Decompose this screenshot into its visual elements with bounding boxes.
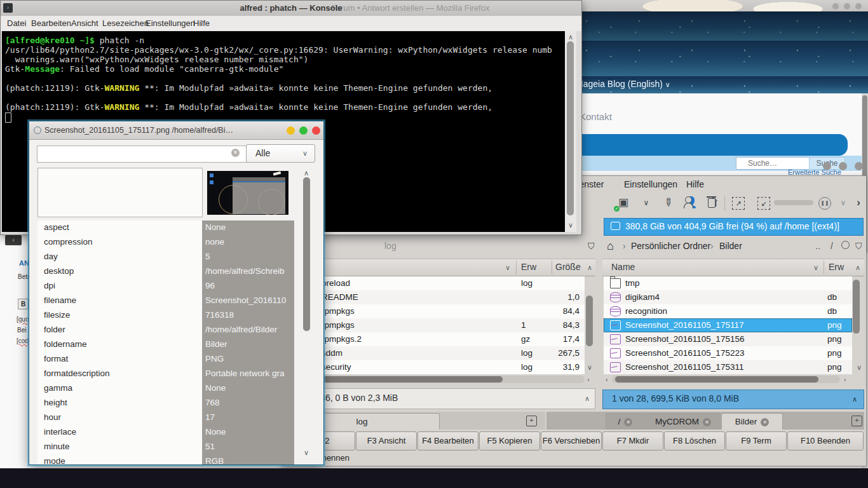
scroll-up-icon[interactable]: ∧: [304, 170, 309, 176]
collapse-icon[interactable]: ∧: [585, 395, 590, 402]
file-row[interactable]: recognitiondb: [604, 304, 852, 318]
file-row[interactable]: digikam4db: [604, 290, 852, 304]
right-panel-header[interactable]: Name ∨ Erw ∧: [602, 259, 864, 276]
file-row[interactable]: rpmpkgs.2gz17,4: [283, 332, 585, 346]
tab-mycdrom[interactable]: MyCDROM✕: [646, 413, 721, 430]
disk-usage-bar[interactable]: 380,8 GiB von 404,9 GiB frei (94 %) auf …: [604, 218, 864, 236]
phatch-titlebar[interactable]: Screenshot_20161105_175117.png /home/alf…: [29, 121, 323, 140]
menu-hilfe[interactable]: Hilfe: [686, 179, 704, 189]
left-vscrollbar-thumb[interactable]: [586, 295, 593, 346]
scroll-up-icon[interactable]: ∧: [855, 264, 860, 271]
file-row[interactable]: preloadlog: [283, 276, 585, 290]
new-tab-icon[interactable]: +: [526, 416, 537, 426]
root-button[interactable]: /: [831, 236, 833, 255]
description-box[interactable]: [37, 168, 203, 217]
maximize-button[interactable]: [299, 126, 308, 135]
bookmark-mageia-blog[interactable]: Mageia Blog (English) ∨: [576, 79, 670, 89]
fkey-f9[interactable]: F9 Term: [726, 431, 787, 451]
menu-datei[interactable]: Datei: [7, 16, 26, 31]
scroll-down-icon[interactable]: ∨: [857, 364, 862, 370]
scroll-down-icon[interactable]: ∨: [304, 449, 309, 456]
kontakt-link[interactable]: Kontakt: [580, 111, 612, 122]
firefox-minimize-button[interactable]: [832, 3, 839, 10]
left-panel-header[interactable]: Name ∨ Erw Größe ∧: [283, 259, 595, 276]
hscroll-right-icon[interactable]: ›: [587, 376, 590, 383]
menu-bearbeiten[interactable]: Bearbeiten: [31, 16, 71, 31]
file-row[interactable]: rpmpkgs84,4: [283, 304, 585, 318]
queue-chevron-icon[interactable]: ∨: [638, 194, 654, 211]
close-tab-icon[interactable]: ✕: [703, 418, 711, 426]
krusader-maximize-button[interactable]: [839, 162, 847, 170]
new-tab-icon[interactable]: +: [851, 416, 862, 426]
file-row[interactable]: securitylog31,9∨: [283, 360, 585, 374]
metadata-search-input[interactable]: [37, 146, 257, 163]
metadata-row[interactable]: modeRGB: [37, 454, 294, 465]
file-row-selected[interactable]: Screenshot_20161105_175117png: [604, 318, 852, 332]
minimize-button[interactable]: [287, 126, 295, 135]
tab-root[interactable]: /✕: [606, 413, 645, 430]
close-tab-icon[interactable]: ✕: [761, 418, 769, 426]
scroll-down-icon[interactable]: ∨: [587, 364, 592, 370]
metadata-row[interactable]: compressionnone: [37, 235, 294, 250]
metadata-row[interactable]: aspectNone: [37, 220, 294, 235]
maximize-panel-icon[interactable]: ↗: [732, 197, 745, 210]
menu-einstellungen[interactable]: Einstellungen: [624, 179, 677, 189]
home-icon[interactable]: ⌂: [607, 236, 614, 255]
menu-einstellungen[interactable]: Einstellungen: [146, 16, 195, 31]
fkey-f4[interactable]: F4 Bearbeiten: [417, 431, 478, 451]
column-size[interactable]: Größe: [555, 259, 581, 275]
file-row[interactable]: Screenshot_20161105_175156png: [604, 332, 852, 346]
file-row[interactable]: Screenshot_20161105_175223png: [604, 346, 852, 360]
clear-search-icon[interactable]: ✕: [231, 149, 240, 157]
scroll-up-icon[interactable]: ∧: [587, 264, 592, 271]
metadata-row[interactable]: height768: [37, 396, 294, 410]
fkey-f5[interactable]: F5 Kopieren: [479, 431, 540, 451]
pause-icon[interactable]: ❚❚: [818, 197, 831, 210]
bold-button[interactable]: B: [18, 299, 29, 309]
fkey-f3[interactable]: F3 Ansicht: [356, 431, 417, 451]
metadata-row[interactable]: minute51: [37, 440, 294, 454]
menu-ansicht[interactable]: Ansicht: [71, 16, 98, 31]
fkey-f8[interactable]: F8 Löschen: [664, 431, 725, 451]
metadata-row[interactable]: interlaceNone: [37, 425, 294, 440]
tab-bilder[interactable]: Bilder✕: [721, 413, 783, 430]
fkey-f6[interactable]: F6 Verschieben: [541, 431, 602, 451]
file-row[interactable]: README1,0: [283, 290, 585, 304]
breadcrumb-current[interactable]: Bilder: [719, 236, 742, 255]
metadata-row[interactable]: foldernameBilder: [37, 337, 294, 352]
file-row[interactable]: rpmpkgs184,3: [283, 318, 585, 332]
file-row[interactable]: sddmlog267,5: [283, 346, 585, 360]
metadata-row[interactable]: hour17: [37, 410, 294, 425]
trash-icon[interactable]: 🗑: [705, 194, 722, 211]
toolbar-overflow-icon[interactable]: ›: [850, 194, 867, 211]
file-row[interactable]: Screenshot_20161105_175311png∨: [604, 360, 852, 374]
column-erw[interactable]: Erw: [829, 259, 844, 275]
up-button[interactable]: ..: [815, 236, 820, 255]
dialog-scrollbar-thumb[interactable]: [303, 177, 310, 331]
metadata-row[interactable]: filesize716318: [37, 308, 294, 323]
konsole-titlebar[interactable]: › alfred : phatch — Konsole Forum • Antw…: [1, 1, 581, 17]
firefox-maximize-button[interactable]: [844, 3, 850, 10]
file-row[interactable]: tmp: [604, 276, 852, 290]
queue-icon[interactable]: ▣✓: [615, 194, 632, 211]
hscroll-right-icon[interactable]: ›: [844, 376, 846, 383]
collapse-icon[interactable]: ∧: [852, 396, 857, 402]
bookmark-icon[interactable]: ⛉: [855, 236, 862, 255]
metadata-row[interactable]: day5: [37, 250, 294, 264]
column-erw[interactable]: Erw: [521, 259, 536, 275]
fkey-f10[interactable]: F10 Beenden: [787, 431, 864, 451]
left-hscrollbar[interactable]: [284, 376, 585, 383]
metadata-row[interactable]: filenameScreenshot_2016110: [37, 294, 294, 308]
right-vscrollbar-thumb[interactable]: [853, 280, 860, 334]
krusader-close-button[interactable]: [855, 162, 863, 170]
konsole-scrollbar[interactable]: ∧ ∨: [565, 31, 576, 232]
hscroll-left-icon[interactable]: ‹: [606, 376, 608, 383]
left-bookmark-icon[interactable]: ⛉: [588, 236, 595, 255]
restore-panel-icon[interactable]: ↙: [757, 197, 770, 210]
metadata-row[interactable]: formatPNG: [37, 352, 294, 367]
breadcrumb-parent[interactable]: Persönlicher Ordner: [631, 236, 710, 255]
user-icon[interactable]: 👤: [682, 194, 699, 211]
close-button[interactable]: [312, 126, 320, 135]
firefox-close-button[interactable]: [855, 3, 862, 10]
menu-hilfe[interactable]: Hilfe: [193, 16, 210, 31]
